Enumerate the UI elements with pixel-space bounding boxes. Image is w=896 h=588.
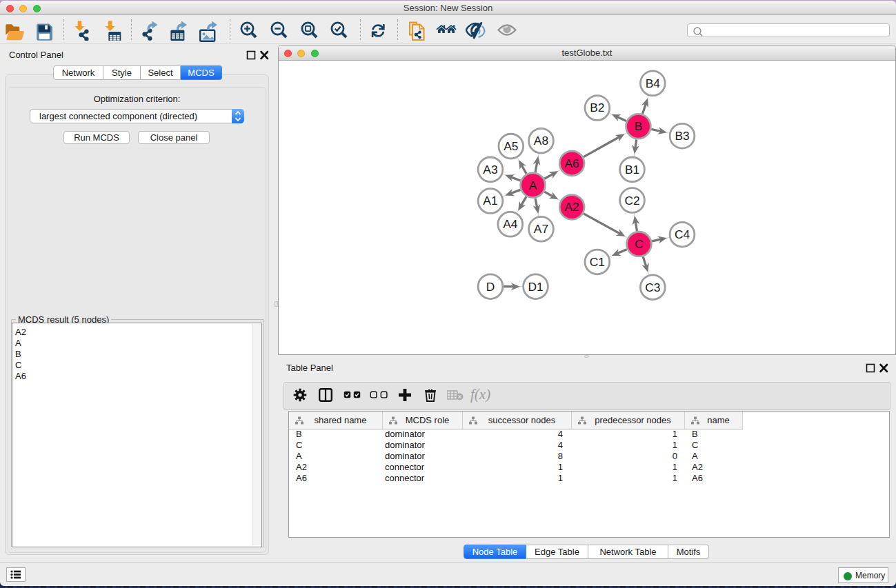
svg-text:A8: A8 xyxy=(534,134,548,148)
svg-text:B1: B1 xyxy=(625,163,639,176)
svg-text:A4: A4 xyxy=(503,217,518,231)
svg-text:D: D xyxy=(486,280,495,294)
svg-text:B3: B3 xyxy=(675,129,689,143)
svg-text:A5: A5 xyxy=(504,139,518,153)
svg-text:A: A xyxy=(529,179,537,192)
svg-text:C: C xyxy=(635,237,644,251)
svg-text:A3: A3 xyxy=(483,163,497,176)
svg-text:C1: C1 xyxy=(590,255,605,269)
svg-text:A6: A6 xyxy=(565,156,579,170)
svg-text:A7: A7 xyxy=(534,222,548,236)
svg-text:D1: D1 xyxy=(528,280,543,294)
svg-text:A2: A2 xyxy=(565,200,579,214)
svg-text:C3: C3 xyxy=(645,281,660,294)
svg-text:B: B xyxy=(635,119,643,133)
svg-text:B2: B2 xyxy=(590,101,604,114)
svg-text:B4: B4 xyxy=(646,77,661,90)
svg-text:C2: C2 xyxy=(624,194,639,207)
svg-text:A1: A1 xyxy=(483,194,497,208)
svg-text:C4: C4 xyxy=(675,227,690,241)
